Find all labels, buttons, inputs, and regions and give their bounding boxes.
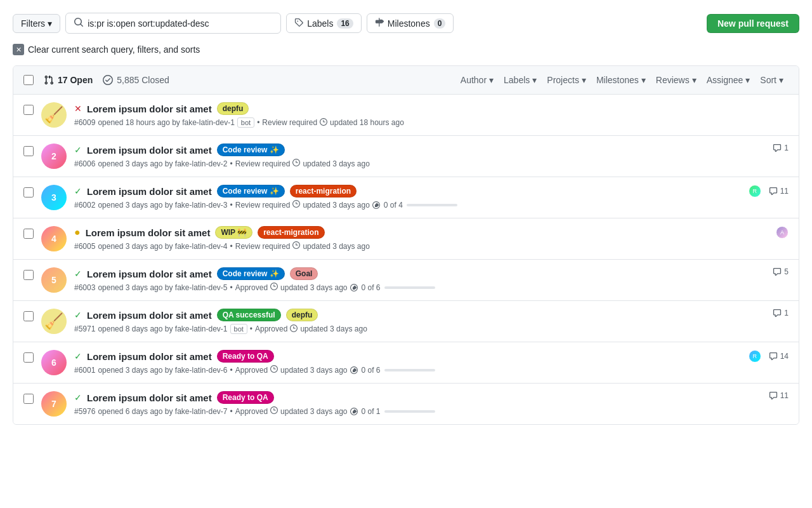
progress-text: 0 of 4: [384, 201, 403, 210]
pr-separator: •: [230, 201, 233, 210]
status-check-icon: ✓: [74, 392, 82, 403]
status-error-icon: ✕: [74, 104, 82, 114]
milestones-label: Milestones: [388, 18, 430, 29]
pr-review-status: Approved: [235, 283, 268, 292]
row-checkbox[interactable]: [23, 311, 34, 321]
row-checkbox[interactable]: [23, 352, 34, 363]
pr-update-icon: [270, 406, 278, 416]
search-icon: [74, 17, 84, 29]
pr-title-row: ✕ Lorem ipsum dolor sit amet depfu: [74, 102, 781, 115]
pr-meta: #6005 opened 3 days ago by fake-latin-de…: [74, 241, 768, 251]
filters-button[interactable]: Filters ▾: [13, 14, 60, 33]
pr-title[interactable]: Lorem ipsum dolor sit amet: [87, 104, 212, 114]
table-row: 7 ✓ Lorem ipsum dolor sit amet Ready to …: [13, 384, 799, 424]
pr-separator: •: [230, 283, 233, 292]
search-input[interactable]: [88, 18, 273, 29]
pr-meta: #6003 opened 3 days ago by fake-latin-de…: [74, 283, 757, 292]
pr-updated-text: updated 3 days ago: [303, 242, 369, 251]
pr-review-status: Review required: [235, 242, 291, 251]
pr-title[interactable]: Lorem ipsum dolor sit amet: [86, 227, 211, 238]
labels-label: Labels: [307, 18, 333, 29]
milestones-button[interactable]: Milestones 0: [367, 13, 454, 33]
label-depfu: depfu: [217, 102, 249, 115]
clear-search-icon[interactable]: ✕: [13, 44, 24, 55]
reviewers: R: [749, 350, 761, 363]
pr-update-icon: [320, 118, 327, 128]
projects-filter-button[interactable]: Projects ▾: [542, 72, 591, 88]
avatar: 2: [41, 144, 67, 169]
reviewer-avatar: R: [749, 185, 761, 197]
pr-status-icon: ✓: [74, 269, 82, 279]
row-checkbox[interactable]: [23, 105, 34, 115]
pr-number: #6001: [74, 366, 95, 375]
new-pull-request-button[interactable]: New pull request: [707, 14, 799, 33]
progress-container: 0 of 6: [350, 366, 435, 375]
table-row: 6 ✓ Lorem ipsum dolor sit amet Ready to …: [13, 342, 799, 384]
pr-title[interactable]: Lorem ipsum dolor sit amet: [87, 310, 212, 321]
pr-review-status: Approved: [235, 407, 268, 416]
clear-search-text: Clear current search query, filters, and…: [28, 44, 200, 55]
progress-text: 0 of 1: [362, 407, 381, 416]
pr-separator: •: [230, 159, 233, 168]
row-checkbox[interactable]: [23, 187, 34, 197]
progress-bar: [384, 286, 435, 289]
author-filter-button[interactable]: Author ▾: [455, 72, 499, 88]
closed-count[interactable]: 5,885 Closed: [103, 75, 169, 85]
table-row: 5 ✓ Lorem ipsum dolor sit amet Code revi…: [13, 260, 799, 301]
progress-container: 0 of 1: [350, 407, 435, 416]
pr-separator: •: [230, 407, 233, 416]
status-dot-icon: ●: [74, 227, 81, 237]
pr-content: ✓ Lorem ipsum dolor sit amet Code review…: [74, 144, 757, 168]
label-wip: WIP 🚧: [215, 226, 252, 239]
row-checkbox[interactable]: [23, 270, 34, 280]
pr-opened-text: opened 3 days ago by fake-latin-dev-6: [98, 366, 227, 375]
label-tag-icon: [294, 18, 303, 29]
reviewers: A: [776, 226, 789, 239]
open-count-text: 17 Open: [58, 75, 93, 85]
pr-status-icon: ✓: [74, 310, 82, 320]
open-count: 17 Open: [44, 75, 93, 85]
row-checkbox[interactable]: [23, 394, 34, 404]
label-goal: Goal: [290, 267, 318, 280]
list-header: 17 Open 5,885 Closed Author ▾ Labels ▾ P…: [13, 66, 799, 95]
pr-update-icon: [292, 159, 300, 168]
assignee-filter-button[interactable]: Assignee ▾: [702, 72, 756, 88]
pr-title[interactable]: Lorem ipsum dolor sit amet: [87, 269, 212, 279]
pr-title-row: ✓ Lorem ipsum dolor sit amet Ready to QA: [74, 391, 754, 404]
select-all-checkbox[interactable]: [23, 75, 34, 85]
filters-label: Filters: [21, 18, 45, 29]
pr-meta: #6001 opened 3 days ago by fake-latin-de…: [74, 365, 741, 375]
pr-title[interactable]: Lorem ipsum dolor sit amet: [87, 186, 212, 197]
avatar: 6: [41, 350, 67, 375]
table-row: 🧹 ✓ Lorem ipsum dolor sit amet QA succes…: [13, 301, 799, 342]
pr-title[interactable]: Lorem ipsum dolor sit amet: [87, 351, 212, 362]
sort-button[interactable]: Sort ▾: [755, 72, 789, 88]
avatar: 🧹: [41, 309, 67, 334]
milestones-count: 0: [434, 18, 446, 29]
row-checkbox[interactable]: [23, 229, 34, 239]
pr-opened-text: opened 3 days ago by fake-latin-dev-3: [98, 201, 227, 210]
pr-title[interactable]: Lorem ipsum dolor sit amet: [87, 392, 212, 403]
row-checkbox[interactable]: [23, 146, 34, 156]
pr-title[interactable]: Lorem ipsum dolor sit amet: [87, 145, 212, 156]
status-check-icon: ✓: [74, 186, 82, 196]
bot-badge: bot: [230, 324, 247, 334]
reviews-filter-button[interactable]: Reviews ▾: [651, 72, 702, 88]
pr-title-row: ✓ Lorem ipsum dolor sit amet Ready to QA: [74, 350, 741, 363]
labels-filter-button[interactable]: Labels ▾: [499, 72, 542, 88]
status-check-icon: ✓: [74, 310, 82, 320]
pr-meta: #6009 opened 18 hours ago by fake-latin-…: [74, 117, 781, 128]
milestones-filter-button[interactable]: Milestones ▾: [591, 72, 651, 88]
avatar: 5: [41, 267, 67, 293]
pr-number: #6009: [74, 118, 95, 127]
pr-right: 1: [765, 309, 789, 318]
labels-button[interactable]: Labels 16: [286, 13, 362, 33]
pr-updated-text: updated 3 days ago: [280, 366, 347, 375]
comment-count: 1: [773, 309, 789, 318]
pr-updated-text: updated 3 days ago: [303, 201, 369, 210]
pr-update-icon: [292, 241, 300, 251]
pr-title-row: ✓ Lorem ipsum dolor sit amet Code review…: [74, 144, 757, 156]
pr-right: 1: [765, 144, 789, 152]
status-check-icon: ✓: [74, 145, 82, 155]
pr-content: ✕ Lorem ipsum dolor sit amet depfu #6009…: [74, 102, 781, 128]
